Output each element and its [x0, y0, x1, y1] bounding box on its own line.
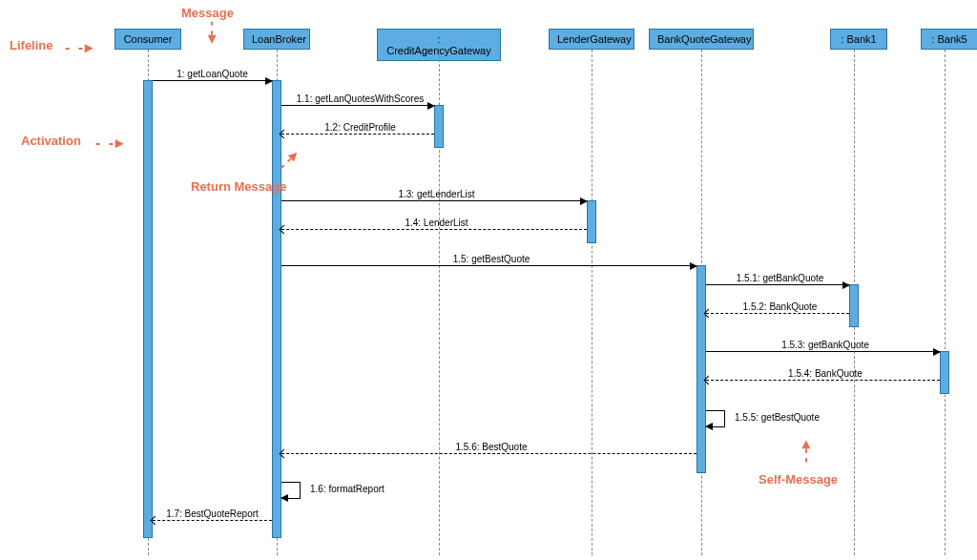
activation-lendergateway — [587, 200, 596, 243]
message-1-4 — [281, 229, 587, 230]
participant-bank1: : Bank1 — [830, 29, 887, 50]
message-1-5-3 — [706, 351, 940, 352]
message-1-7 — [153, 520, 272, 521]
lifeline-lendergateway — [592, 50, 592, 555]
message-1-5-6 — [281, 453, 696, 454]
annotation-message-arrow: - -▸ — [204, 21, 222, 43]
message-1-5-5-label: 1.5.5: getBestQuote — [735, 412, 820, 423]
message-1-5-label: 1.5: getBestQuote — [286, 254, 696, 264]
activation-creditagency — [434, 105, 444, 148]
activation-bank5 — [940, 351, 949, 394]
message-1-5 — [281, 265, 696, 266]
message-1-5-2 — [706, 313, 849, 314]
message-1-5-6-label: 1.5.6: BestQuote — [286, 442, 696, 452]
message-1-5-4 — [706, 380, 940, 381]
participant-bank5: : Bank5 — [921, 29, 977, 50]
participant-bankquotegateway: BankQuoteGateway — [649, 29, 754, 50]
annotation-activation: Activation — [21, 134, 81, 148]
lifeline-bank5 — [945, 50, 946, 555]
message-1-5-1-label: 1.5.1: getBankQuote — [711, 273, 849, 283]
annotation-return-message: Return Message — [191, 179, 286, 194]
message-1-7-label: 1.7: BestQuoteReport — [153, 508, 272, 519]
annotation-message: Message — [181, 6, 234, 20]
participant-consumer: Consumer — [114, 29, 181, 50]
sequence-diagram: { "participants": { "consumer": "Consume… — [0, 0, 977, 560]
participant-lendergateway: LenderGateway — [549, 29, 634, 50]
message-1-5-2-label: 1.5.2: BankQuote — [711, 301, 849, 312]
message-1-3-label: 1.3: getLenderList — [286, 189, 587, 199]
message-1-3 — [281, 200, 587, 201]
message-1-5-3-label: 1.5.3: getBankQuote — [711, 340, 940, 350]
message-1-5-4-label: 1.5.4: BankQuote — [711, 368, 940, 379]
activation-bankquotegateway — [696, 265, 706, 473]
annotation-self-message: Self-Message — [759, 472, 838, 487]
message-1 — [153, 80, 272, 81]
message-1-2-label: 1.2: CreditProfile — [286, 122, 434, 133]
message-1-5-1 — [706, 284, 849, 285]
activation-consumer — [143, 80, 153, 538]
message-1-1 — [281, 105, 434, 106]
message-1-4-label: 1.4: LenderList — [286, 218, 587, 228]
message-1-5-5 — [706, 410, 725, 427]
message-1-label: 1: getLoanQuote — [157, 69, 267, 79]
message-1-1-label: 1.1: getLanQuotesWithScores — [286, 93, 434, 104]
participant-loanbroker: LoanBroker — [243, 29, 310, 50]
message-1-6-label: 1.6: formatReport — [310, 484, 385, 494]
message-1-6 — [281, 482, 301, 499]
annotation-lifeline: Lifeline — [10, 38, 53, 52]
message-1-2 — [281, 134, 434, 135]
activation-bank1 — [849, 284, 859, 327]
annotation-activation-arrow: - -▸ — [95, 134, 125, 152]
annotation-lifeline-arrow: - -▸ — [65, 38, 94, 56]
annotation-self-message-arrow: - -▸ — [796, 441, 814, 463]
activation-loanbroker — [272, 80, 281, 538]
